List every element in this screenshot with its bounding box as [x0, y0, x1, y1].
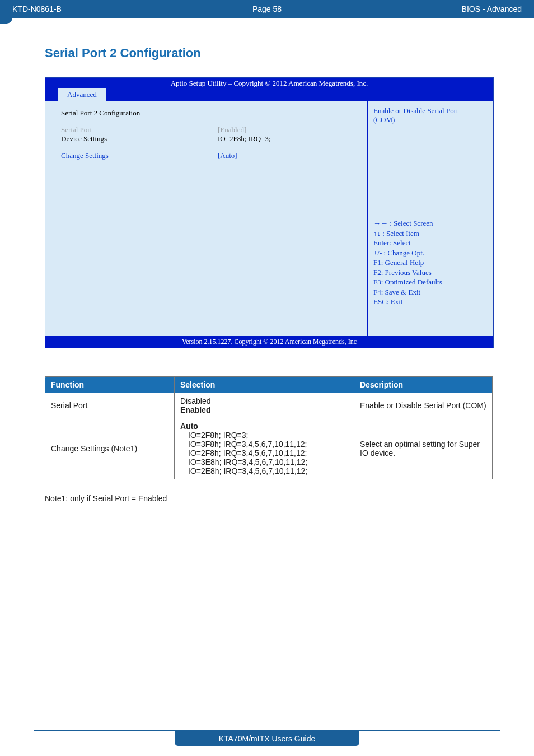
page-footer: KTA70M/mITX Users Guide: [0, 730, 534, 746]
settings-table: Function Selection Description Serial Po…: [45, 376, 493, 479]
bios-serial-port-label[interactable]: Serial Port: [61, 125, 218, 134]
table-row: Serial Port Disabled Enabled Enable or D…: [45, 393, 493, 418]
bios-tab-row: Advanced: [45, 88, 493, 100]
sel-opt: IO=3F8h; IRQ=3,4,5,6,7,10,11,12;: [180, 440, 348, 449]
top-bar: KTD-N0861-B Page 58 BIOS - Advanced: [0, 0, 534, 18]
page-number: Page 58: [252, 4, 282, 13]
bios-key-f4: F4: Save & Exit: [373, 287, 488, 297]
bios-version-footer: Version 2.15.1227. Copyright © 2012 Amer…: [45, 336, 493, 348]
bios-title: Aptio Setup Utility – Copyright © 2012 A…: [45, 78, 493, 88]
bios-serial-port-value[interactable]: [Enabled]: [218, 125, 246, 134]
sel-opt: Disabled: [180, 396, 348, 405]
section-title: Serial Port 2 Configuration: [45, 46, 500, 60]
sel-opt-bold: Enabled: [180, 405, 348, 414]
doc-id: KTD-N0861-B: [12, 4, 62, 13]
bios-section-label: BIOS - Advanced: [462, 4, 522, 13]
bios-key-f3: F3: Optimized Defaults: [373, 277, 488, 287]
bios-change-settings-value[interactable]: [Auto]: [218, 151, 237, 160]
bios-key-screen: →← : Select Screen: [373, 218, 488, 228]
bios-screenshot: Aptio Setup Utility – Copyright © 2012 A…: [45, 77, 494, 348]
sel-opt: IO=2F8h; IRQ=3,4,5,6,7,10,11,12;: [180, 449, 348, 458]
bios-key-enter: Enter: Select: [373, 238, 488, 248]
sel-opt: IO=2E8h; IRQ=3,4,5,6,7,10,11,12;: [180, 466, 348, 475]
table-row: Change Settings (Note1) Auto IO=2F8h; IR…: [45, 418, 493, 479]
th-description: Description: [354, 377, 493, 393]
bios-heading: Serial Port 2 Configuration: [61, 109, 218, 118]
bios-key-f1: F1: General Help: [373, 258, 488, 268]
bios-help-line1: Enable or Disable Serial Port: [373, 106, 488, 115]
cell-desc-change-settings: Select an optimal setting for Super IO d…: [354, 418, 493, 479]
bios-change-settings-label[interactable]: Change Settings: [61, 151, 218, 160]
bios-help-panel: Enable or Disable Serial Port (COM) →← :…: [367, 101, 493, 336]
sel-opt: IO=2F8h; IRQ=3;: [180, 431, 348, 440]
bios-device-settings-label: Device Settings: [61, 134, 218, 143]
sel-opt-bold: Auto: [180, 422, 348, 431]
footer-title: KTA70M/mITX Users Guide: [175, 731, 359, 746]
bios-key-help: →← : Select Screen ↑↓ : Select Item Ente…: [373, 218, 488, 307]
table-header-row: Function Selection Description: [45, 377, 493, 393]
cell-desc-serial-port: Enable or Disable Serial Port (COM): [354, 393, 493, 418]
bios-device-settings-value: IO=2F8h; IRQ=3;: [218, 134, 270, 143]
bios-key-change: +/- : Change Opt.: [373, 248, 488, 258]
bios-tab-advanced[interactable]: Advanced: [58, 88, 106, 101]
cell-sel-serial-port: Disabled Enabled: [175, 393, 354, 418]
cell-func-change-settings: Change Settings (Note1): [45, 418, 175, 479]
bios-main-panel: Serial Port 2 Configuration Serial Port …: [45, 101, 367, 336]
th-selection: Selection: [175, 377, 354, 393]
sel-opt: IO=3E8h; IRQ=3,4,5,6,7,10,11,12;: [180, 458, 348, 466]
bios-key-f2: F2: Previous Values: [373, 268, 488, 278]
cell-func-serial-port: Serial Port: [45, 393, 175, 418]
bios-help-line2: (COM): [373, 115, 488, 124]
bios-key-item: ↑↓ : Select Item: [373, 228, 488, 239]
bios-key-esc: ESC: Exit: [373, 297, 488, 307]
cell-sel-change-settings: Auto IO=2F8h; IRQ=3; IO=3F8h; IRQ=3,4,5,…: [175, 418, 354, 479]
note1: Note1: only if Serial Port = Enabled: [45, 494, 500, 503]
th-function: Function: [45, 377, 175, 393]
